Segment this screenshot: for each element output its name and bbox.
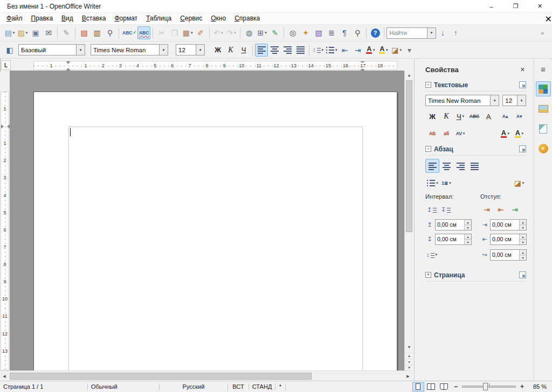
new-document-button[interactable]: ▤▾ xyxy=(3,26,16,39)
spin-down-button[interactable]: ▾ xyxy=(465,225,471,230)
zoom-value-field[interactable]: 85 % xyxy=(527,381,552,392)
toolbar-overflow-button[interactable]: ▾ xyxy=(403,44,416,57)
scroll-left-button[interactable]: ◀ xyxy=(0,372,9,381)
highlighting-button[interactable]: А▾ xyxy=(377,44,390,57)
switch-indent-button[interactable]: ⇥ xyxy=(508,203,521,216)
menu-edit[interactable]: Правка xyxy=(27,13,58,24)
cut-button[interactable]: ✂ xyxy=(155,26,168,39)
page-count-field[interactable]: Страница 1 / 1 xyxy=(0,381,87,392)
spin-up-button[interactable]: ▴ xyxy=(520,220,526,225)
spellcheck-button[interactable]: ABC xyxy=(121,26,137,39)
increase-indent-button[interactable]: ⇥ xyxy=(351,44,364,57)
zoom-slider-thumb[interactable] xyxy=(483,383,488,390)
redo-button[interactable]: ↷▾ xyxy=(225,26,238,39)
shrink-font-button[interactable]: A▾ xyxy=(512,109,526,123)
align-justify-button[interactable] xyxy=(467,159,481,173)
grow-font-button[interactable]: A▴ xyxy=(498,109,512,123)
align-right-button[interactable] xyxy=(453,159,467,173)
export-pdf-button[interactable]: ▤ xyxy=(78,26,91,39)
autospellcheck-button[interactable]: ABC xyxy=(137,26,150,39)
align-right-button[interactable] xyxy=(281,44,294,57)
help-button[interactable]: ? xyxy=(369,26,382,39)
toolbar-overflow-button[interactable]: » xyxy=(536,26,549,39)
character-section-header[interactable]: − Текстовые xyxy=(425,79,526,92)
page-style-field[interactable]: Обычный xyxy=(88,381,159,392)
document-page[interactable] xyxy=(33,92,397,370)
zoom-slider[interactable] xyxy=(462,386,516,388)
vertical-scrollbar[interactable]: ▲ ▼ ▲ ● ▼ xyxy=(404,71,413,370)
sidebar-font-size-combobox[interactable]: 12 ▾ xyxy=(502,95,526,106)
gallery-button[interactable]: ▧ xyxy=(312,26,325,39)
font-color-button[interactable]: А▾ xyxy=(364,44,377,57)
line-spacing-button[interactable]: ↕▾ xyxy=(312,44,325,57)
save-button[interactable]: ▣ xyxy=(29,26,42,39)
character-dialog-button[interactable] xyxy=(519,81,526,88)
clone-formatting-button[interactable]: ✐ xyxy=(194,26,207,39)
edit-file-button[interactable]: ✎ xyxy=(60,26,73,39)
page-preview-button[interactable]: ⚲ xyxy=(104,26,116,39)
lowercase-button[interactable]: аб xyxy=(439,127,453,141)
left-margin-marker[interactable] xyxy=(66,61,71,71)
print-button[interactable]: ▥ xyxy=(91,26,104,39)
spin-up-button[interactable]: ▴ xyxy=(520,234,526,239)
underline-button[interactable]: Ч xyxy=(237,44,250,57)
spin-down-button[interactable]: ▾ xyxy=(520,239,526,244)
decrease-indent-button[interactable]: ⇤ xyxy=(494,203,507,216)
open-button[interactable]: ▨▾ xyxy=(16,26,29,39)
dropdown-arrow-icon[interactable]: ▾ xyxy=(159,45,168,55)
sidebar-menu-button[interactable]: ≡ xyxy=(536,61,551,76)
modified-flag-field[interactable]: * xyxy=(275,381,285,392)
align-left-button[interactable] xyxy=(425,159,439,173)
find-previous-button[interactable]: ↑ xyxy=(449,26,462,39)
draw-functions-button[interactable]: ✎ xyxy=(268,26,281,39)
horizontal-scrollbar[interactable]: ◀ ▶ xyxy=(0,370,413,381)
spacing-above-spinner[interactable]: 0,00 см ▴ ▾ xyxy=(435,219,472,230)
spin-down-button[interactable]: ▾ xyxy=(520,225,526,230)
bold-button[interactable]: Ж xyxy=(425,109,439,123)
menu-tools[interactable]: Сервис xyxy=(176,13,206,24)
maximize-button[interactable]: ❐ xyxy=(503,0,528,13)
expand-icon[interactable]: + xyxy=(425,272,431,278)
bullet-list-button[interactable]: ▾ xyxy=(325,44,339,57)
first-line-indent-spinner[interactable]: 0,00 см ▴ ▾ xyxy=(490,249,527,261)
tab-gallery[interactable] xyxy=(536,101,551,116)
menu-table[interactable]: Таблица xyxy=(142,13,176,24)
decrease-spacing-button[interactable]: ↧ xyxy=(439,203,452,216)
tab-navigator[interactable]: ✦ xyxy=(536,141,551,156)
horizontal-scrollbar-thumb[interactable] xyxy=(10,373,312,380)
collapse-icon[interactable]: − xyxy=(425,146,431,152)
dropdown-arrow-icon[interactable]: ▾ xyxy=(517,95,526,106)
paragraph-section-header[interactable]: − Абзац xyxy=(425,143,526,156)
align-center-button[interactable] xyxy=(439,159,453,173)
spacing-below-spinner[interactable]: 0,00 см ▴ ▾ xyxy=(435,234,472,245)
navigator-button[interactable]: ✦ xyxy=(299,26,312,39)
spin-up-button[interactable]: ▴ xyxy=(465,220,471,225)
paragraph-dialog-button[interactable] xyxy=(519,145,526,152)
increase-indent-button[interactable]: ⇥ xyxy=(480,203,493,216)
menu-insert[interactable]: Вставка xyxy=(78,13,111,24)
indent-after-spinner[interactable]: 0,00 см ▴ ▾ xyxy=(490,234,527,245)
top-margin-marker[interactable] xyxy=(1,124,10,129)
page-dialog-button[interactable] xyxy=(519,271,526,278)
close-document-button[interactable]: ✕ xyxy=(545,13,552,25)
collapse-icon[interactable]: − xyxy=(425,82,431,88)
menu-help[interactable]: Справка xyxy=(230,13,264,24)
scroll-down-button[interactable]: ▼ xyxy=(405,342,413,351)
page-section-header[interactable]: + Страница xyxy=(425,269,526,282)
language-field[interactable]: Русский xyxy=(160,381,227,392)
menu-file[interactable]: Файл xyxy=(2,13,27,24)
tab-styles[interactable] xyxy=(536,121,551,136)
character-spacing-button[interactable]: AV▾ xyxy=(453,127,467,141)
next-page-button[interactable]: ▼ xyxy=(405,365,413,370)
bullet-list-button[interactable]: ▾ xyxy=(425,176,439,190)
scroll-right-button[interactable]: ▶ xyxy=(404,372,412,381)
zoom-out-button[interactable]: − xyxy=(451,383,461,390)
insert-table-button[interactable]: ⊞▾ xyxy=(256,26,268,39)
navigation-button[interactable]: ● xyxy=(405,359,413,365)
menu-view[interactable]: Вид xyxy=(57,13,78,24)
italic-button[interactable]: К xyxy=(439,109,453,123)
menu-window[interactable]: Окно xyxy=(206,13,230,24)
zoom-button[interactable]: ⚲ xyxy=(351,26,364,39)
bold-button[interactable]: Ж xyxy=(211,44,224,57)
menu-format[interactable]: Формат xyxy=(110,13,142,24)
